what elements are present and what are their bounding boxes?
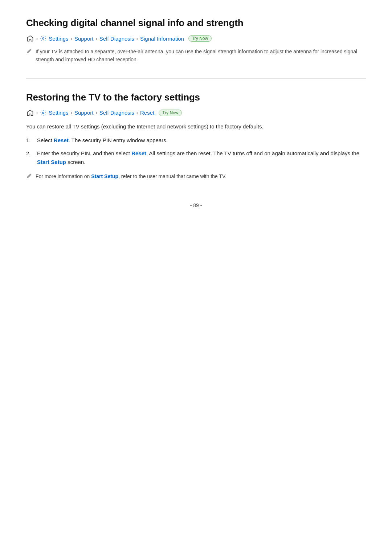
page-number: - 89 - (26, 202, 366, 208)
step-1-number: 1. (26, 136, 33, 145)
factory-reset-body: You can restore all TV settings (excludi… (26, 122, 366, 131)
start-setup-link[interactable]: Start Setup (91, 173, 118, 179)
svg-point-0 (42, 38, 44, 40)
chevron-5: › (36, 110, 38, 115)
nav-self-diagnosis-label[interactable]: Self Diagnosis (99, 36, 134, 42)
nav-support-label[interactable]: Support (74, 36, 94, 42)
chevron-7: › (95, 110, 97, 115)
signal-info-nav-path: › Settings › Support › Self Diagnosis › … (26, 34, 366, 42)
step-2-link2[interactable]: Start Setup (37, 159, 66, 165)
factory-reset-section: Restoring the TV to the factory settings… (26, 92, 366, 181)
chevron-2: › (71, 36, 72, 41)
signal-info-section: Checking digital channel signal info and… (26, 17, 366, 64)
factory-reset-note: For more information on Start Setup, ref… (36, 172, 226, 180)
pencil-icon-2 (26, 173, 32, 180)
nav-support-label-2[interactable]: Support (74, 110, 94, 116)
pencil-icon-1 (26, 48, 32, 55)
factory-reset-title: Restoring the TV to the factory settings (26, 92, 366, 103)
step-2-text-after: screen. (66, 159, 85, 165)
chevron-8: › (136, 110, 138, 115)
nav-reset-label[interactable]: Reset (140, 110, 154, 116)
chevron-3: › (95, 36, 97, 41)
step-1-text: Select Reset. The security PIN entry win… (37, 136, 366, 145)
home-icon (26, 34, 34, 42)
factory-reset-nav-path: › Settings › Support › Self Diagnosis › … (26, 109, 366, 117)
nav-signal-info-label[interactable]: Signal Information (140, 36, 184, 42)
step-1-link[interactable]: Reset (54, 137, 69, 143)
step-2-text-before: Enter the security PIN, and then select (37, 150, 131, 156)
gear-icon-2 (40, 110, 46, 116)
chevron-6: › (71, 110, 72, 115)
section-divider (26, 78, 366, 79)
step-1: 1. Select Reset. The security PIN entry … (26, 136, 366, 145)
signal-info-title: Checking digital channel signal info and… (26, 17, 366, 29)
factory-reset-note-block: For more information on Start Setup, ref… (26, 172, 366, 180)
step-2-number: 2. (26, 149, 33, 158)
steps-list: 1. Select Reset. The security PIN entry … (26, 136, 366, 167)
home-icon-2 (26, 109, 34, 117)
step-2-link[interactable]: Reset (131, 150, 146, 156)
step-2-text-middle: . All settings are then reset. The TV tu… (146, 150, 359, 156)
nav-self-diagnosis-label-2[interactable]: Self Diagnosis (99, 110, 134, 116)
step-1-text-after: . The security PIN entry window appears. (69, 137, 168, 143)
nav-settings-label-2[interactable]: Settings (49, 110, 68, 116)
signal-info-note-block: If your TV is attached to a separate, ov… (26, 48, 366, 64)
chevron-1: › (36, 36, 38, 41)
try-now-badge-2[interactable]: Try Now (159, 110, 182, 116)
step-2-text: Enter the security PIN, and then select … (37, 149, 366, 167)
try-now-badge-1[interactable]: Try Now (188, 35, 212, 42)
chevron-4: › (136, 36, 138, 41)
step-1-text-before: Select (37, 137, 54, 143)
svg-point-1 (42, 112, 44, 114)
nav-settings-label[interactable]: Settings (49, 36, 68, 42)
step-2: 2. Enter the security PIN, and then sele… (26, 149, 366, 167)
gear-icon (40, 35, 46, 42)
signal-info-note: If your TV is attached to a separate, ov… (36, 48, 366, 64)
